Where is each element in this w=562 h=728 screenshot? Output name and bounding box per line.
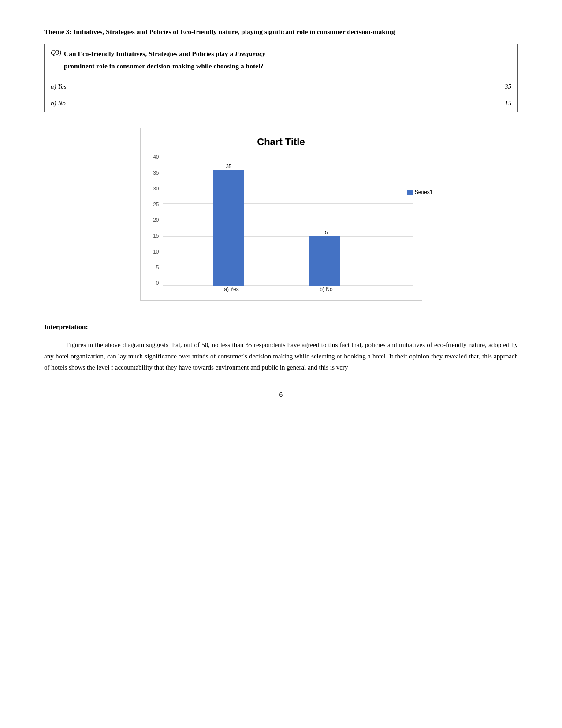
question-number: Q3) — [51, 49, 61, 56]
question-box: Q3) Can Eco-friendly Initiatives, Strate… — [44, 44, 518, 78]
chart-plot-area: 35 15 Series1 — [163, 154, 413, 286]
chart-title: Chart Title — [149, 136, 413, 148]
bar-no-rect — [309, 236, 340, 286]
theme-heading: Theme 3: Initiatives, Strategies and Pol… — [44, 26, 518, 37]
table-row-yes: a) Yes 35 — [45, 78, 517, 95]
chart-legend: Series1 — [407, 189, 433, 195]
legend-color-series1 — [407, 190, 413, 195]
legend-series1: Series1 — [407, 189, 433, 195]
bar-yes-rect — [213, 170, 244, 286]
interpretation-heading: Interpretation: — [44, 323, 518, 331]
row-value-yes: 35 — [505, 83, 511, 90]
question-text-line2: prominent role in consumer decision-maki… — [64, 61, 264, 71]
interpretation-text: Figures in the above diagram suggests th… — [44, 340, 518, 373]
row-value-no: 15 — [505, 100, 511, 107]
legend-label-series1: Series1 — [415, 189, 433, 195]
bar-yes: 35 — [213, 164, 244, 286]
interpretation-section: Interpretation: Figures in the above dia… — [44, 323, 518, 373]
question-text: Can Eco-friendly Initiatives, Strategies… — [64, 49, 265, 59]
answer-table: a) Yes 35 b) No 15 — [44, 78, 518, 112]
chart-bars-wrapper: 35 15 — [163, 154, 391, 286]
bar-no: 15 — [309, 230, 340, 286]
row-label-no: b) No — [51, 100, 66, 107]
chart-container: Chart Title 0 5 10 15 20 25 30 35 40 — [140, 128, 422, 301]
bar-label-top-no: 15 — [322, 230, 328, 235]
page-number: 6 — [44, 391, 518, 398]
x-label-yes: a) Yes — [224, 286, 238, 292]
row-label-yes: a) Yes — [51, 83, 67, 90]
table-row-no: b) No 15 — [45, 95, 517, 112]
chart-y-axis: 0 5 10 15 20 25 30 35 40 — [149, 154, 163, 286]
x-label-no: b) No — [320, 286, 332, 292]
bar-label-top-yes: 35 — [226, 164, 231, 169]
